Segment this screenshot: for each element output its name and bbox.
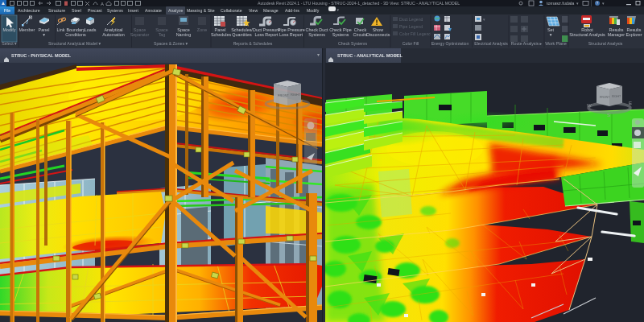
svg-text:Duct Legend: Duct Legend [399,17,423,22]
svg-text:▾: ▾ [576,1,579,6]
svg-text:FRONT: FRONT [278,93,289,97]
svg-text:E: E [629,101,632,105]
svg-text:W: W [587,103,592,108]
svg-text:Pipe Legend: Pipe Legend [399,24,423,29]
svg-text:RIGHT: RIGHT [291,93,301,97]
svg-text:▾: ▾ [483,17,485,22]
svg-text:?: ? [597,1,599,6]
svg-text:▾: ▾ [602,1,605,6]
svg-text:FRONT: FRONT [600,96,610,99]
svg-text:A: A [101,2,104,6]
svg-text:RIGHT: RIGHT [612,95,621,98]
svg-text:Color Fill Legend: Color Fill Legend [399,31,431,36]
svg-text:tomasz.fudala: tomasz.fudala [547,1,575,6]
svg-text:S: S [607,113,610,118]
